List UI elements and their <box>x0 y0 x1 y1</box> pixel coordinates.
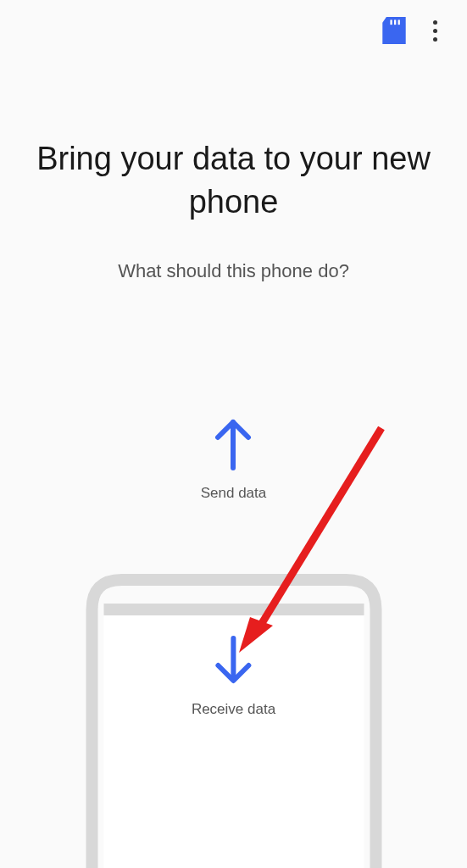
svg-rect-2 <box>398 19 400 25</box>
svg-rect-0 <box>390 19 392 25</box>
phone-outline-graphic <box>83 571 384 868</box>
options-area: Send data <box>0 415 467 502</box>
receive-data-label: Receive data <box>192 701 275 718</box>
sd-card-icon[interactable] <box>382 17 406 44</box>
arrow-up-icon <box>208 415 259 478</box>
svg-rect-1 <box>394 19 396 25</box>
more-options-icon[interactable] <box>426 17 443 44</box>
dot <box>433 29 437 33</box>
dot <box>433 37 437 42</box>
send-data-label: Send data <box>201 485 267 502</box>
top-bar <box>0 0 467 44</box>
receive-data-option[interactable]: Receive data <box>192 632 275 718</box>
page-title: Bring your data to your new phone <box>0 137 467 225</box>
arrow-down-icon <box>208 632 259 694</box>
page-subtitle: What should this phone do? <box>0 260 467 282</box>
dot <box>433 20 437 25</box>
send-data-option[interactable]: Send data <box>201 415 267 502</box>
